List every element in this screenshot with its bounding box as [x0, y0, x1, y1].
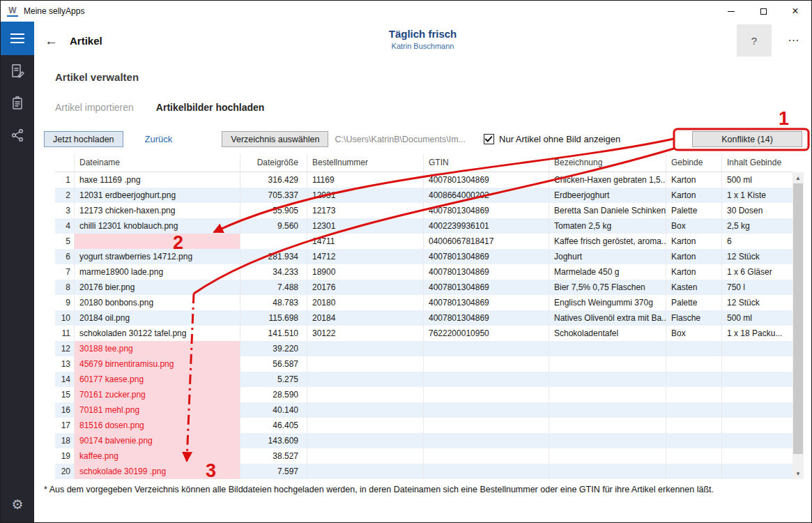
table-scrollbar[interactable]: ▲ ▼ — [792, 172, 804, 479]
cell-bezeichnung: Tomaten 2,5 kg — [549, 218, 666, 234]
cell-bezeichnung — [549, 433, 666, 448]
cell-inhalt-gebinde: 2,5 kg — [722, 218, 792, 234]
table-row[interactable]: 11schokoladen 30122 tafel.png141.5103012… — [55, 326, 792, 341]
cell-gtin: 4007801304869 — [424, 172, 549, 188]
column-header-bezeichnung[interactable]: Bezeichnung — [549, 154, 666, 172]
cell-dateiname: 45679 birnentiramisu.png — [75, 356, 240, 372]
table-row[interactable]: 1haxe 11169 .png316.42911169400780130486… — [55, 172, 792, 188]
column-header-dateigroesse[interactable]: Dateigröße — [240, 154, 307, 172]
cell-gebinde: Flasche — [666, 310, 722, 326]
tab-artikelbilder-hochladen[interactable]: Artikelbilder hochladen — [156, 102, 265, 113]
table-row[interactable]: 820176 bier.png7.488201764007801304869Bi… — [55, 280, 792, 295]
table-row[interactable]: 19kaffee.png38.527 — [55, 448, 792, 464]
cell-gtin — [424, 464, 549, 479]
directory-path: C:\Users\KatrinB\Documents\Im... — [335, 135, 466, 144]
cell-bezeichnung: Englisch Weingummi 370g — [549, 295, 666, 310]
column-header-gebinde[interactable]: Gebinde — [666, 154, 722, 172]
toolbar: Jetzt hochladen Zurück Verzeichnis auswä… — [44, 131, 802, 147]
column-header-dateiname[interactable]: Dateiname — [75, 154, 240, 172]
tabs: Artikel importieren Artikelbilder hochla… — [55, 102, 811, 113]
cell-gtin — [424, 433, 549, 448]
column-header-gtin[interactable]: GTIN — [424, 154, 549, 172]
conflicts-button[interactable]: Konflikte (14) — [692, 131, 802, 147]
close-button[interactable]: × — [779, 1, 811, 22]
back-button[interactable]: ← — [45, 33, 58, 49]
cell-gtin — [424, 418, 549, 433]
app-header: ← Artikel Täglich frisch Katrin Buschman… — [34, 22, 811, 60]
table-header-row: DateinameDateigrößeBestellnummerGTINBeze… — [55, 154, 792, 172]
column-header-inhalt-gebinde[interactable]: Inhalt Gebinde — [722, 154, 792, 172]
table-row[interactable]: 1230188 tee.png39.220 — [55, 341, 792, 356]
sidebar-item-import[interactable] — [1, 55, 34, 87]
cell-bestellnummer — [307, 402, 424, 418]
table-row[interactable]: 1890174 balvenie.png143.609 — [55, 433, 792, 448]
menu-button[interactable] — [1, 22, 34, 55]
cell-row-number: 9 — [55, 295, 75, 310]
sidebar-item-articles[interactable] — [1, 87, 34, 119]
maximize-button[interactable] — [747, 1, 779, 22]
cell-inhalt-gebinde — [722, 464, 792, 479]
cell-dateigroesse: 48.783 — [240, 295, 307, 310]
cell-bezeichnung: Marmelade 450 g — [549, 264, 666, 280]
cell-dateiname: 30188 tee.png — [75, 341, 240, 356]
table-row[interactable]: 920180 bonbons.png48.7832018040078013048… — [55, 295, 792, 310]
back-link[interactable]: Zurück — [145, 134, 173, 144]
cell-dateiname: haxe 11169 .png — [75, 172, 240, 188]
scroll-thumb[interactable] — [793, 183, 803, 454]
table-row[interactable]: 1781516 dosen.png46.405 — [55, 418, 792, 433]
cell-dateiname: chilli 12301 knoblauch.png — [75, 218, 240, 234]
window-controls: × — [715, 1, 811, 22]
cell-row-number: 15 — [55, 387, 75, 402]
scroll-up-icon[interactable]: ▲ — [792, 172, 804, 183]
cell-bestellnummer — [307, 356, 424, 372]
help-button[interactable]: ? — [737, 24, 772, 56]
cell-dateigroesse: 34.233 — [240, 264, 307, 280]
section-heading: Artikel verwalten — [55, 71, 811, 83]
table-row[interactable]: 51471104006067818417Kaffee frisch geröst… — [55, 234, 792, 249]
table-row[interactable]: 1460177 kaese.png5.275 — [55, 372, 792, 387]
table-row[interactable]: 1670181 mehl.png40.140 — [55, 402, 792, 418]
cell-dateigroesse: 46.405 — [240, 418, 307, 433]
cell-dateiname: kaffee.png — [75, 448, 240, 464]
sidebar-item-share[interactable] — [1, 119, 34, 151]
cell-row-number: 4 — [55, 218, 75, 234]
cell-gebinde: Karton — [666, 249, 722, 264]
cell-inhalt-gebinde: 1 x 18 Packu... — [722, 326, 792, 341]
table-row[interactable]: 4chilli 12301 knoblauch.png9.56012301400… — [55, 218, 792, 234]
cell-row-number: 12 — [55, 341, 75, 356]
settings-icon[interactable]: ⚙ — [1, 492, 34, 517]
cell-gebinde: Box — [666, 326, 722, 341]
cell-dateigroesse: 7.597 — [240, 464, 307, 479]
choose-directory-button[interactable]: Verzeichnis auswählen — [222, 131, 328, 147]
table-row[interactable]: 1345679 birnentiramisu.png56.587 — [55, 356, 792, 372]
table-row[interactable]: 6yogurt strawberries 14712.png281.934147… — [55, 249, 792, 264]
table-row[interactable]: 312173 chicken-haxen.png55.9051217340078… — [55, 203, 792, 218]
scroll-down-icon[interactable]: ▼ — [792, 468, 804, 479]
cell-dateigroesse: 9.560 — [240, 218, 307, 234]
cell-bezeichnung: Joghurt — [549, 249, 666, 264]
table-row[interactable]: 20schokolade 30199 .png7.597 — [55, 464, 792, 479]
tab-artikel-importieren[interactable]: Artikel importieren — [55, 102, 134, 113]
more-button[interactable]: … — [788, 31, 800, 45]
table-row[interactable]: 1020184 oil.png115.698201844007801304869… — [55, 310, 792, 326]
cell-gebinde — [666, 372, 722, 387]
cell-row-number: 3 — [55, 203, 75, 218]
account-info[interactable]: Täglich frisch Katrin Buschmann — [389, 28, 457, 50]
cell-row-number: 20 — [55, 464, 75, 479]
cell-dateigroesse — [240, 234, 307, 249]
cell-dateigroesse: 141.510 — [240, 326, 307, 341]
cell-bestellnummer: 18900 — [307, 264, 424, 280]
filter-checkbox-group[interactable]: Nur Artikel ohne Bild anzeigen — [484, 134, 620, 144]
table-row[interactable]: 7marme18900 lade.png34.23318900400780130… — [55, 264, 792, 280]
cell-dateiname: 20180 bonbons.png — [75, 295, 240, 310]
filter-checkbox[interactable] — [484, 134, 494, 144]
cell-bezeichnung — [549, 448, 666, 464]
table-row[interactable]: 212031 erdbeerjoghurt.png705.33712031400… — [55, 188, 792, 203]
titlebar[interactable]: W Meine sellyApps × — [1, 1, 811, 22]
column-header-row-number[interactable] — [55, 154, 75, 172]
table-row[interactable]: 1570161 zucker.png28.590 — [55, 387, 792, 402]
minimize-button[interactable] — [715, 1, 747, 22]
upload-now-button[interactable]: Jetzt hochladen — [44, 131, 123, 147]
column-header-bestellnummer[interactable]: Bestellnummer — [307, 154, 424, 172]
cell-row-number: 18 — [55, 433, 75, 448]
